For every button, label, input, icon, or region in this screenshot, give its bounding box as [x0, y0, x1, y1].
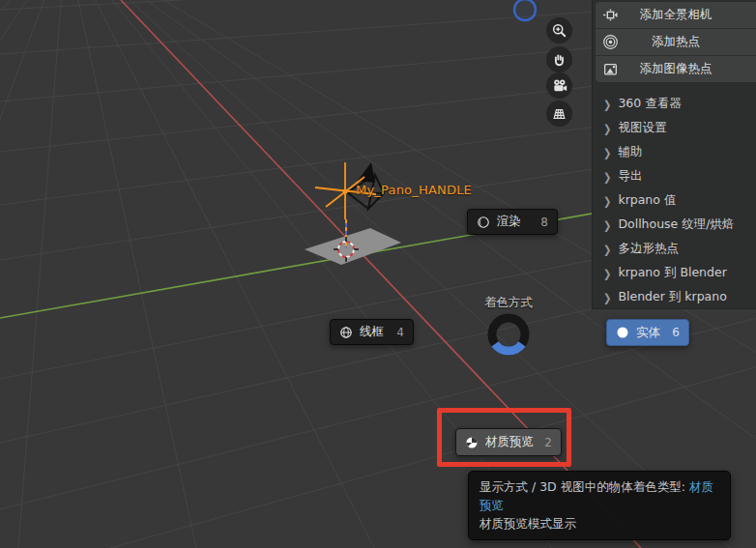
pie-item-hotkey: 8 [540, 216, 548, 229]
chevron-right-icon: ❯ [603, 291, 611, 303]
perspective-grid-icon [551, 105, 567, 122]
wireframe-sphere-icon [339, 326, 353, 339]
pan-hand-icon [551, 51, 567, 68]
panel-krpano-values[interactable]: ❯ krpano 值 [593, 188, 756, 213]
object-name-label: My_Pano_HANDLE [356, 183, 472, 197]
blender-3d-viewport[interactable]: My_Pano_HANDLE [0, 0, 756, 548]
panel-helpers[interactable]: ❯ 辅助 [593, 140, 756, 164]
add-pano-camera-button[interactable]: 添加全景相机 [596, 2, 756, 28]
panel-krpano-to-blender[interactable]: ❯ krpano 到 Blender [593, 261, 756, 285]
panel-export[interactable]: ❯ 导出 [593, 164, 756, 188]
perspective-grid-button[interactable] [546, 101, 572, 127]
panel-label: Blender 到 krpano [618, 289, 726, 305]
panel-label: Dollhouse 纹理/烘焙 [618, 216, 734, 233]
add-image-hotspot-label: 添加图像热点 [596, 61, 756, 77]
panel-label: krpano 值 [618, 192, 676, 209]
chevron-right-icon: ❯ [603, 170, 611, 183]
material-sphere-icon [465, 436, 479, 449]
pie-item-solid[interactable]: 实体 6 [606, 319, 689, 346]
pie-item-hotkey: 6 [672, 326, 680, 339]
pie-item-label: 实体 [636, 325, 660, 341]
pie-menu-title: 着色方式 [451, 295, 567, 311]
camera-view-icon [551, 77, 568, 95]
chevron-right-icon: ❯ [603, 243, 611, 255]
zoom-in-icon [551, 22, 567, 39]
pie-item-label: 材质预览 [485, 434, 534, 450]
chevron-right-icon: ❯ [603, 267, 611, 279]
panel-label: 多边形热点 [618, 241, 679, 257]
panel-label: 360 查看器 [618, 96, 681, 112]
chevron-right-icon: ❯ [603, 194, 611, 207]
tooltip: 显示方式 / 3D 视图中的物体着色类型: 材质预览 材质预览模式显示 [468, 471, 731, 540]
add-image-hotspot-button[interactable]: 添加图像热点 [596, 56, 756, 82]
panel-label: 视图设置 [618, 120, 666, 136]
pie-item-hotkey: 2 [544, 436, 552, 449]
zoom-in-button[interactable] [546, 17, 572, 43]
chevron-right-icon: ❯ [603, 122, 611, 134]
hotspot-rings-icon [602, 34, 619, 50]
orbit-gizmo-circle[interactable] [514, 0, 536, 20]
add-hotspot-label: 添加热点 [596, 34, 756, 50]
chevron-right-icon: ❯ [603, 98, 611, 110]
tooltip-line1: 显示方式 / 3D 视图中的物体着色类型: [480, 479, 689, 494]
pie-item-wireframe[interactable]: 线框 4 [330, 319, 414, 345]
pie-item-hotkey: 4 [396, 326, 404, 339]
panel-label: 辅助 [618, 144, 642, 160]
pie-item-rendered[interactable]: 渲染 8 [467, 209, 558, 235]
chevron-right-icon: ❯ [603, 146, 611, 159]
pie-item-material-preview[interactable]: 材质预览 2 [455, 428, 562, 456]
rendered-sphere-icon [477, 216, 490, 229]
panel-blender-to-krpano[interactable]: ❯ Blender 到 krpano [593, 285, 756, 309]
pan-hand-button[interactable] [546, 46, 572, 72]
pano-camera-icon [602, 7, 619, 23]
camera-view-button[interactable] [546, 72, 572, 99]
panel-dollhouse-bake[interactable]: ❯ Dollhouse 纹理/烘焙 [593, 213, 756, 237]
sidebar-panel: 添加全景相机 添加热点 添加图像热点 ❯ 360 查看器 ❯ 视图设置 [592, 0, 756, 308]
panel-view-settings[interactable]: ❯ 视图设置 [593, 116, 756, 140]
panel-360-viewer[interactable]: ❯ 360 查看器 [593, 92, 756, 116]
tooltip-line2: 材质预览模式显示 [480, 514, 719, 533]
panel-polygon-hotspot[interactable]: ❯ 多边形热点 [593, 237, 756, 261]
pie-item-label: 线框 [360, 324, 384, 340]
solid-sphere-icon [616, 326, 629, 339]
image-hotspot-icon [602, 61, 619, 77]
chevron-right-icon: ❯ [603, 218, 611, 231]
add-hotspot-button[interactable]: 添加热点 [596, 29, 756, 55]
add-pano-camera-label: 添加全景相机 [596, 7, 756, 23]
panel-label: krpano 到 Blender [618, 265, 726, 281]
panel-label: 导出 [618, 168, 642, 185]
pie-item-label: 渲染 [497, 214, 521, 230]
